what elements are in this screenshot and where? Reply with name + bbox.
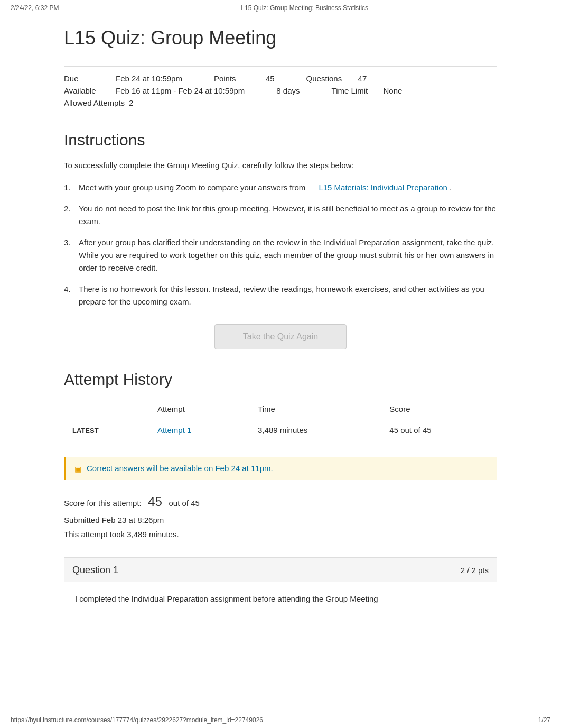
list-item: 4. There is no homework for this lesson.… [64, 283, 497, 308]
info-icon: ▣ [74, 465, 81, 473]
col-header-score: Score [381, 399, 497, 419]
list-number-2: 2. [64, 202, 79, 228]
question-1-section: Question 1 2 / 2 pts I completed the Ind… [64, 557, 497, 616]
bottom-url: https://byui.instructure.com/courses/177… [11, 716, 263, 724]
list-number-3: 3. [64, 236, 79, 274]
col-header-attempt: Attempt [149, 399, 249, 419]
attempt-link[interactable]: Attempt 1 [157, 426, 191, 435]
table-row: LATEST Attempt 1 3,489 minutes 45 out of… [64, 419, 497, 441]
list-number-1: 1. [64, 181, 79, 194]
submitted-line: Submitted Feb 23 at 8:26pm [64, 513, 497, 527]
question-pts: 2 / 2 pts [461, 566, 489, 575]
l15-materials-link[interactable]: L15 Materials: Individual Preparation [319, 183, 447, 192]
instructions-title: Instructions [64, 131, 497, 149]
available-label: Available [64, 86, 111, 95]
instructions-intro: To successfully complete the Group Meeti… [64, 160, 497, 172]
list-item: 1. Meet with your group using Zoom to co… [64, 181, 497, 194]
bottom-bar: https://byui.instructure.com/courses/177… [0, 712, 561, 728]
attempt-history-table: Attempt Time Score LATEST Attempt 1 3,48… [64, 399, 497, 441]
time-limit-value: None [384, 86, 403, 95]
take-quiz-again-button[interactable]: Take the Quiz Again [214, 324, 347, 349]
score-label: Score for this attempt: [64, 499, 142, 508]
time-limit-label: Time Limit [332, 86, 379, 95]
points-label: Points [214, 74, 261, 83]
questions-label: Questions [306, 74, 354, 83]
questions-value: 47 [358, 74, 367, 83]
points-value: 45 [266, 74, 275, 83]
list-text-4: There is no homework for this lesson. In… [79, 283, 497, 308]
info-notice: ▣ Correct answers will be available on F… [64, 457, 497, 480]
list-item: 3. After your group has clarified their … [64, 236, 497, 274]
list-number-4: 4. [64, 283, 79, 308]
list-text-2: You do not need to post the link for thi… [79, 202, 497, 228]
attempt-history-title: Attempt History [64, 371, 497, 389]
due-label: Due [64, 74, 111, 83]
score-details: Score for this attempt: 45 out of 45 Sub… [64, 490, 497, 541]
topbar-date: 2/24/22, 6:32 PM [11, 4, 59, 12]
bottom-page: 1/27 [538, 716, 550, 724]
attempt-score: 45 out of 45 [381, 419, 497, 441]
list-text-3: After your group has clarified their und… [79, 236, 497, 274]
info-notice-text: Correct answers will be available on Feb… [87, 464, 273, 473]
latest-label: LATEST [72, 427, 99, 435]
attempt-history-section: Attempt History Attempt Time Score LATES… [64, 371, 497, 616]
list-text-after-1: . [450, 183, 452, 192]
list-text-1: Meet with your group using Zoom to compa… [79, 181, 497, 194]
question-header: Question 1 2 / 2 pts [64, 557, 497, 582]
quiz-metadata: Due Feb 24 at 10:59pm Points 45 Question… [64, 66, 497, 115]
attempt-time: 3,489 minutes [249, 419, 381, 441]
duration-line: This attempt took 3,489 minutes. [64, 527, 497, 541]
allowed-attempts-value: 2 [129, 98, 133, 107]
col-header-label [64, 399, 149, 419]
topbar-title: L15 Quiz: Group Meeting: Business Statis… [241, 4, 368, 12]
quiz-title: L15 Quiz: Group Meeting [64, 27, 497, 56]
available-value: Feb 16 at 11pm - Feb 24 at 10:59pm [116, 86, 245, 95]
question-label: Question 1 [72, 565, 118, 576]
score-out-of: out of 45 [169, 499, 199, 508]
days-value: 8 days [276, 86, 300, 95]
allowed-attempts-label: Allowed Attempts [64, 98, 125, 107]
list-item: 2. You do not need to post the link for … [64, 202, 497, 228]
question-body: I completed the Individual Preparation a… [64, 582, 497, 616]
list-text-before-1: Meet with your group using Zoom to compa… [79, 183, 305, 192]
due-value: Feb 24 at 10:59pm [116, 74, 182, 83]
instructions-list: 1. Meet with your group using Zoom to co… [64, 181, 497, 308]
score-line: Score for this attempt: 45 out of 45 [64, 490, 497, 513]
col-header-time: Time [249, 399, 381, 419]
score-number: 45 [148, 494, 162, 509]
question-text: I completed the Individual Preparation a… [75, 594, 378, 603]
